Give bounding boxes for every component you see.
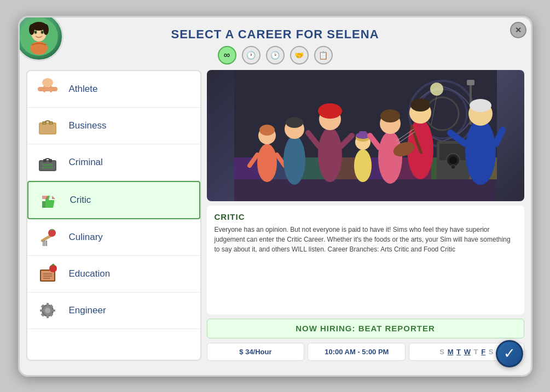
svg-point-70 bbox=[257, 144, 277, 182]
clipboard-icon: 📋 bbox=[319, 51, 328, 60]
filter-career4[interactable]: 📋 bbox=[314, 46, 333, 65]
culinary-icon bbox=[34, 224, 61, 251]
svg-rect-42 bbox=[52, 309, 55, 312]
hours-box: 10:00 AM - 5:00 PM bbox=[308, 343, 406, 361]
career-item-business[interactable]: Business bbox=[27, 108, 200, 144]
svg-rect-39 bbox=[47, 303, 49, 306]
career-item-athlete[interactable]: Athlete bbox=[27, 71, 200, 108]
svg-point-38 bbox=[45, 308, 50, 313]
hours-label: 10:00 AM - 5:00 PM bbox=[325, 348, 389, 356]
career-item-culinary[interactable]: Culinary bbox=[27, 219, 200, 256]
filter-career2[interactable]: 🕑 bbox=[266, 46, 285, 65]
business-label: Business bbox=[69, 120, 107, 131]
svg-rect-69 bbox=[467, 80, 474, 85]
athlete-label: Athlete bbox=[69, 84, 98, 95]
svg-point-11 bbox=[42, 78, 53, 87]
svg-point-90 bbox=[380, 109, 400, 122]
criminal-label: Criminal bbox=[69, 157, 103, 168]
athlete-icon bbox=[34, 75, 61, 103]
checkmark-icon: ✓ bbox=[503, 345, 516, 362]
close-button[interactable]: ✕ bbox=[510, 22, 526, 38]
critic-icon bbox=[35, 186, 62, 214]
dialog-title: Select a Career for Selena bbox=[20, 27, 531, 42]
hiring-bar: Now Hiring: Beat Reporter bbox=[207, 319, 524, 338]
career-item-criminal[interactable]: Criminal bbox=[27, 144, 200, 181]
filter-career1[interactable]: 🕐 bbox=[242, 46, 260, 65]
day-w: W bbox=[464, 348, 471, 356]
filter-all[interactable]: ∞ bbox=[218, 46, 236, 65]
heart-icon: 🤝 bbox=[294, 51, 304, 60]
career-image bbox=[207, 70, 524, 201]
svg-point-94 bbox=[410, 98, 430, 112]
day-f: F bbox=[481, 348, 485, 356]
svg-rect-40 bbox=[47, 315, 49, 318]
svg-point-66 bbox=[430, 83, 443, 96]
day-s2: S bbox=[489, 348, 494, 356]
career-item-critic[interactable]: Critic bbox=[27, 181, 200, 219]
wage-box: $ 34/Hour bbox=[207, 343, 305, 361]
svg-rect-25 bbox=[42, 167, 53, 168]
svg-point-3 bbox=[29, 24, 34, 35]
svg-point-64 bbox=[449, 156, 457, 164]
svg-rect-24 bbox=[42, 164, 53, 166]
day-t2: T bbox=[474, 348, 478, 356]
svg-point-78 bbox=[318, 127, 342, 182]
day-m: M bbox=[448, 348, 454, 356]
culinary-label: Culinary bbox=[69, 232, 103, 243]
education-label: Education bbox=[69, 268, 111, 279]
svg-point-65 bbox=[451, 165, 455, 169]
career-detail-desc: Everyone has an opinion. But not everyon… bbox=[215, 225, 517, 254]
svg-rect-41 bbox=[40, 309, 43, 312]
filter-career3[interactable]: 🤝 bbox=[290, 46, 309, 65]
engineer-label: Engineer bbox=[69, 305, 106, 316]
svg-rect-10 bbox=[38, 87, 57, 91]
close-icon: ✕ bbox=[515, 26, 522, 34]
main-content: Athlete Busin bbox=[20, 70, 531, 367]
criminal-icon bbox=[34, 149, 61, 176]
stats-row: $ 34/Hour 10:00 AM - 5:00 PM S M T W T F… bbox=[207, 343, 524, 361]
detail-panel: CRITIC Everyone has an opinion. But not … bbox=[207, 70, 524, 361]
wage-label: $ 34/Hour bbox=[239, 348, 271, 356]
svg-point-33 bbox=[49, 265, 57, 272]
filter-row: ∞ 🕐 🕑 🤝 📋 bbox=[20, 46, 531, 65]
svg-point-7 bbox=[34, 31, 36, 32]
education-icon bbox=[34, 260, 61, 288]
svg-point-72 bbox=[259, 125, 275, 136]
critic-label: Critic bbox=[70, 195, 91, 206]
svg-rect-87 bbox=[359, 131, 367, 137]
clock-icon-2: 🕑 bbox=[270, 51, 280, 60]
career-item-engineer[interactable]: Engineer bbox=[27, 292, 200, 329]
career-select-dialog: ✕ Select a Career for Selena ∞ 🕐 🕑 🤝 📋 bbox=[18, 16, 532, 377]
hiring-text: Now Hiring: Beat Reporter bbox=[296, 324, 435, 333]
svg-point-4 bbox=[43, 24, 49, 35]
svg-rect-12 bbox=[43, 86, 45, 92]
career-item-education[interactable]: Education bbox=[27, 256, 200, 292]
clock-icon-1: 🕐 bbox=[246, 51, 256, 60]
dialog-header: Select a Career for Selena bbox=[20, 17, 531, 46]
business-icon bbox=[34, 112, 61, 139]
career-detail-title: CRITIC bbox=[215, 212, 517, 221]
svg-point-77 bbox=[286, 117, 303, 128]
svg-point-75 bbox=[283, 136, 305, 185]
infinity-icon: ∞ bbox=[224, 50, 230, 60]
svg-rect-13 bbox=[50, 86, 52, 92]
day-s1: S bbox=[439, 348, 444, 356]
svg-point-99 bbox=[465, 119, 496, 185]
confirm-button[interactable]: ✓ bbox=[496, 340, 523, 367]
engineer-icon bbox=[34, 297, 61, 324]
svg-point-80 bbox=[318, 103, 342, 119]
svg-point-101 bbox=[470, 99, 491, 112]
day-t1: T bbox=[456, 348, 461, 356]
career-info: CRITIC Everyone has an opinion. But not … bbox=[207, 206, 524, 314]
svg-point-8 bbox=[41, 31, 42, 32]
career-list: Athlete Busin bbox=[26, 70, 201, 361]
svg-rect-15 bbox=[40, 124, 55, 133]
svg-point-83 bbox=[354, 149, 372, 182]
svg-point-27 bbox=[48, 229, 56, 237]
